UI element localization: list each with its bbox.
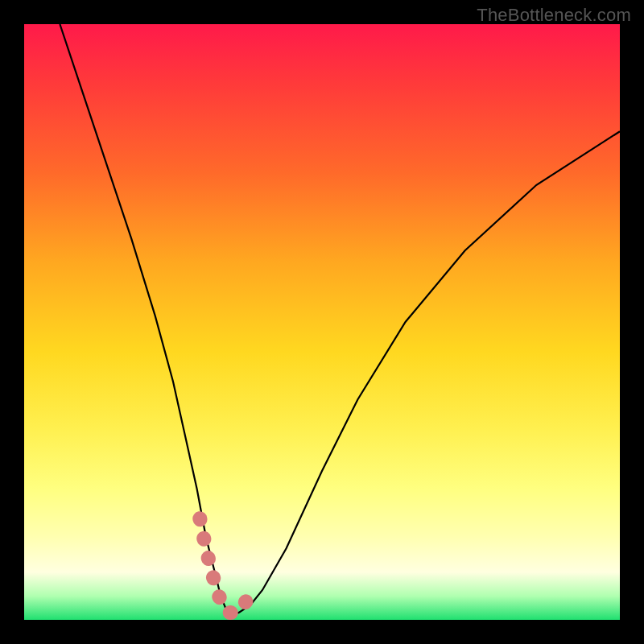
bottleneck-curve [60, 24, 620, 614]
watermark-text: TheBottleneck.com [477, 5, 631, 26]
highlight-segment [200, 518, 254, 613]
chart-frame: TheBottleneck.com [0, 0, 644, 644]
curve-layer [24, 24, 620, 620]
plot-area [24, 24, 620, 620]
